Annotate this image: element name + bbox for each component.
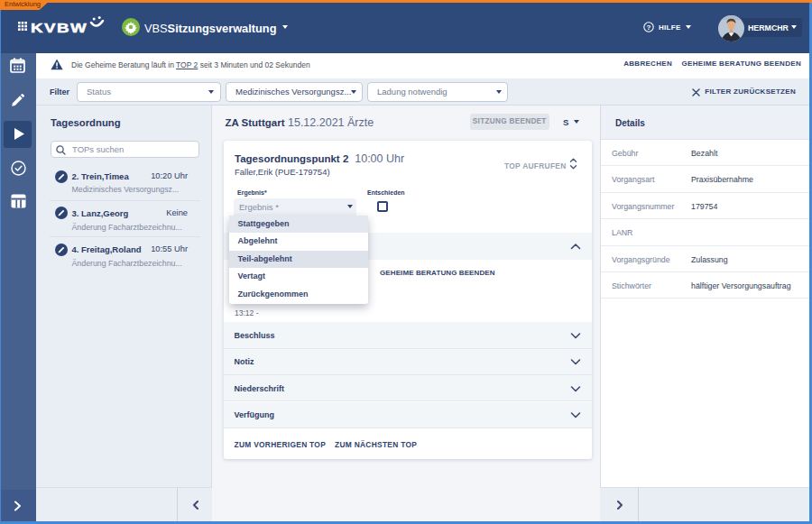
svg-text:?: ? (647, 23, 651, 32)
